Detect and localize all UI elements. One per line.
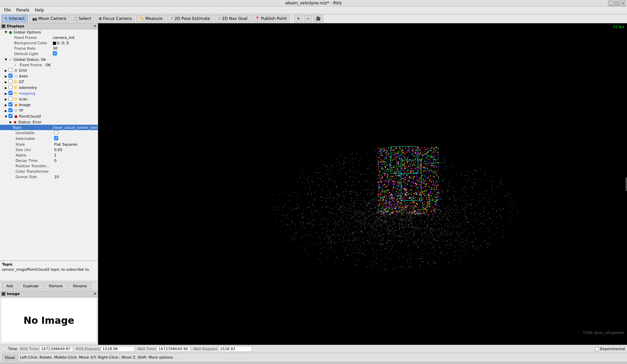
focus-camera-button[interactable]: ⊕ Focus Camera	[95, 15, 135, 22]
zoom-in-button[interactable]: +	[294, 15, 303, 22]
menu-file[interactable]: File	[1, 7, 14, 13]
remove-button[interactable]: Remove	[44, 283, 67, 289]
selectable-check[interactable]	[54, 136, 58, 140]
tf-check[interactable]	[8, 108, 13, 112]
duplicate-button[interactable]: Duplicate	[19, 283, 43, 289]
select-button[interactable]: ⬚ Select	[71, 15, 94, 22]
global-status-fixed-frame[interactable]: ✓ Fixed Frame OK	[0, 62, 98, 68]
axes-item[interactable]: ▶ ∧ Axes	[0, 73, 98, 79]
mapping-label: mapping	[19, 91, 97, 96]
status-ff-label: Fixed Frame	[18, 63, 45, 67]
2d-pose-button[interactable]: ↗ 2D Pose Estimate	[167, 15, 213, 22]
reset-button[interactable]: Reset	[2, 355, 18, 361]
queue-size-label: Queue Size	[14, 175, 54, 179]
odometry-check[interactable]	[8, 85, 13, 89]
experimental-section: Experimental	[595, 347, 625, 351]
2d-nav-label: 2D Nav Goal	[222, 16, 247, 21]
grid-label: Grid	[19, 68, 97, 73]
style-item[interactable]: Style Flat Squares	[0, 142, 98, 147]
displays-icon: ⬛	[1, 24, 5, 28]
zoom-out-button[interactable]: −	[304, 15, 312, 22]
displays-tree[interactable]: ▼ ● Global Options Fixed Frame camera_in…	[0, 29, 98, 261]
decay-time-item[interactable]: Decay Time 0	[0, 158, 98, 163]
ros-time-value: 1672398649.87	[39, 346, 73, 352]
color-transformer-item[interactable]: Color Transformer	[0, 169, 98, 174]
maximize-button[interactable]: □	[614, 1, 620, 6]
tf-item[interactable]: ▶ TF TF	[0, 108, 98, 114]
fps-display: 31 fps	[613, 25, 624, 29]
global-options-item[interactable]: ▼ ● Global Options	[0, 29, 98, 35]
experimental-check[interactable]	[595, 347, 599, 351]
camera-type-button[interactable]: 🎥	[313, 15, 323, 22]
focus-camera-label: Focus Camera	[103, 16, 132, 21]
measure-button[interactable]: 📏 Measure	[136, 15, 166, 22]
pointcloud-canvas[interactable]	[98, 23, 627, 345]
status-ff-icon: ✓	[13, 63, 18, 67]
decay-time-value: 0	[54, 159, 97, 163]
frame-rate-item[interactable]: Frame Rate 30	[0, 46, 98, 51]
topic-label: Topic	[11, 125, 51, 130]
global-status-item[interactable]: ▼ ✓ Global Status: Ok	[0, 57, 98, 62]
pointcloud2-check[interactable]	[8, 114, 13, 118]
fixed-frame-item[interactable]: Fixed Frame camera_init	[0, 35, 98, 40]
viewport-side-handle[interactable]: ‹	[626, 177, 627, 191]
gt-item[interactable]: ▶ 📁 GT	[0, 79, 98, 85]
image-display-item[interactable]: ▶ ● Image	[0, 102, 98, 108]
scan-check[interactable]	[8, 97, 13, 101]
menu-panels[interactable]: Panels	[14, 7, 32, 13]
interact-button[interactable]: ↖ Interact	[1, 15, 28, 22]
global-status-icon: ✓	[8, 57, 13, 62]
window-controls[interactable]: _ □ ×	[608, 1, 626, 6]
grid-item[interactable]: ▶ ⊞ Grid	[0, 68, 98, 73]
unreliable-item[interactable]: Unreliable	[0, 130, 98, 136]
interact-label: Interact	[9, 16, 25, 21]
image-panel-close[interactable]: ✕	[93, 292, 96, 296]
pointcloud2-icon: ●	[14, 114, 18, 119]
size-item[interactable]: Size (m) 0.05	[0, 147, 98, 152]
window-title: aloam_velodyne.rviz* - RViz	[285, 1, 342, 5]
3d-viewport[interactable]: ‹ CSDN @hex_refugeeeee 31 fps	[98, 23, 627, 345]
position-transformer-item[interactable]: Position Transfor...	[0, 163, 98, 169]
topic-item[interactable]: Topic /laser_cloud_corner_last	[0, 125, 98, 130]
publish-point-button[interactable]: 📍 Publish Point	[252, 15, 290, 22]
default-light-item[interactable]: Default Light	[0, 51, 98, 57]
menu-help[interactable]: Help	[32, 7, 47, 13]
status-error-item[interactable]: ▶ ● Status: Error	[0, 119, 98, 125]
mapping-check[interactable]	[8, 91, 13, 95]
background-color-item[interactable]: Background Color 0; 0; 0	[0, 40, 98, 46]
grid-check[interactable]	[8, 68, 13, 72]
image-display-area: No Image	[1, 298, 96, 342]
move-camera-button[interactable]: 📷 Move Camera	[29, 15, 69, 22]
default-light-check[interactable]	[53, 51, 57, 55]
title-bar: aloam_velodyne.rviz* - RViz _ □ ×	[0, 0, 627, 6]
alpha-item[interactable]: Alpha 1	[0, 152, 98, 158]
unreliable-check[interactable]	[54, 130, 58, 135]
axes-icon: ∧	[14, 74, 18, 78]
close-button[interactable]: ×	[620, 1, 626, 6]
rename-button[interactable]: Rename	[68, 283, 91, 289]
description-title: Topic	[2, 262, 96, 267]
add-button[interactable]: Add	[2, 283, 18, 289]
displays-close-button[interactable]: ✕	[93, 24, 96, 28]
axes-check[interactable]	[8, 74, 13, 78]
global-options-arrow: ▼	[5, 30, 8, 34]
mapping-item[interactable]: ▶ 📁 mapping	[0, 91, 98, 96]
minimize-button[interactable]: _	[608, 1, 613, 6]
2d-nav-button[interactable]: ↗ 2D Nav Goal	[215, 15, 250, 22]
size-label: Size (m)	[14, 148, 54, 152]
image-check[interactable]	[8, 102, 13, 106]
decay-time-label: Decay Time	[14, 159, 54, 163]
no-image-text: No Image	[24, 315, 74, 326]
image-display-icon: ●	[14, 103, 18, 107]
pointcloud2-item[interactable]: ▼ ● PointCloud2	[0, 114, 98, 119]
odometry-item[interactable]: ▶ 📁 odometry	[0, 85, 98, 91]
status-ff-value: OK	[45, 63, 97, 67]
gt-check[interactable]	[8, 79, 13, 83]
scan-item[interactable]: ▶ 📁 scan	[0, 96, 98, 102]
tf-icon: TF	[14, 109, 18, 113]
wall-time-value: 1672398649.90	[157, 346, 191, 352]
global-options-icon: ●	[8, 30, 13, 34]
selectable-item[interactable]: Selectable	[0, 136, 98, 142]
2d-pose-label: 2D Pose Estimate	[175, 16, 210, 21]
queue-size-item[interactable]: Queue Size 10	[0, 174, 98, 179]
